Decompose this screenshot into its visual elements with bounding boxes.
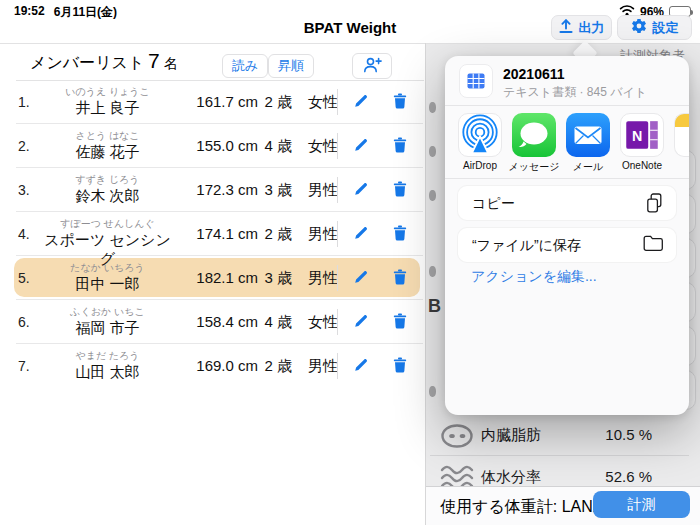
member-furigana: いのうえ りょうこ	[40, 85, 175, 98]
edit-member-button[interactable]	[347, 220, 375, 248]
copy-action-label: コピー	[472, 195, 515, 213]
member-name-block: たなか いちろう 田中 一郎	[40, 261, 175, 293]
metric-label: 内臓脂肪	[481, 426, 541, 445]
metric-value: 10.5 %	[578, 426, 652, 443]
table-row[interactable]: 7. やまだ たろう 山田 太郎 169.0 cm 2 歳 男性	[0, 344, 425, 388]
edit-member-button[interactable]	[347, 308, 375, 336]
row-divider-vertical	[337, 221, 338, 247]
notes-icon[interactable]	[674, 113, 689, 157]
member-height: 161.7 cm	[183, 93, 258, 110]
member-age: 2 歳	[262, 93, 292, 112]
pencil-icon	[353, 93, 369, 112]
visceral-fat-icon	[439, 422, 475, 454]
messages-icon[interactable]	[512, 113, 556, 157]
save-to-files-label: “ファイル”に保存	[472, 237, 581, 255]
copy-action[interactable]: コピー	[457, 185, 677, 221]
underlay-icon-hint	[429, 102, 436, 113]
share-file-subtitle: テキスト書類 · 845 バイト	[503, 84, 647, 101]
scale-device-label: 使用する体重計: LANX	[440, 497, 603, 518]
delete-member-button[interactable]	[386, 352, 414, 380]
app-screen: 19:52 6月11日(金) 96% BPAT Weight 出力	[0, 0, 700, 525]
metric-row-visceral-fat: 内臓脂肪 10.5 %	[425, 414, 695, 456]
footer-bar: 使用する体重計: LANX 計測	[426, 486, 700, 525]
folder-icon	[643, 235, 664, 256]
member-height: 158.4 cm	[183, 313, 258, 330]
member-furigana: すぽーつ せんしんぐ	[40, 217, 175, 230]
export-label: 出力	[579, 19, 605, 37]
row-number: 4.	[18, 226, 30, 242]
settings-button[interactable]: 設定	[617, 15, 692, 40]
table-row[interactable]: 2. さとう はなこ 佐藤 花子 155.0 cm 4 歳 女性	[0, 124, 425, 168]
app-label-messages: メッセージ	[504, 160, 564, 174]
delete-member-button[interactable]	[386, 264, 414, 292]
row-divider-vertical	[337, 309, 338, 335]
member-name-block: すずき じろう 鈴木 次郎	[40, 173, 175, 205]
underlay-bmi-hint: B	[428, 296, 441, 317]
member-height: 155.0 cm	[183, 137, 258, 154]
svg-text:N: N	[632, 128, 642, 144]
row-number: 1.	[18, 94, 30, 110]
app-label-airdrop: AirDrop	[450, 160, 510, 171]
delete-member-button[interactable]	[386, 132, 414, 160]
pencil-icon	[353, 313, 369, 332]
table-row[interactable]: 1. いのうえ りょうこ 井上 良子 161.7 cm 2 歳 女性	[0, 80, 425, 124]
member-age: 2 歳	[262, 225, 292, 244]
delete-member-button[interactable]	[386, 308, 414, 336]
delete-member-button[interactable]	[386, 176, 414, 204]
edit-member-button[interactable]	[347, 132, 375, 160]
gear-icon	[631, 18, 647, 37]
export-button[interactable]: 出力	[551, 15, 612, 40]
table-row[interactable]: 6. ふくおか いちこ 福岡 市子 158.4 cm 4 歳 女性	[0, 300, 425, 344]
app-label-mail: メール	[558, 160, 618, 174]
member-height: 172.3 cm	[183, 181, 258, 198]
trash-icon	[393, 93, 407, 112]
save-to-files-action[interactable]: “ファイル”に保存	[457, 227, 677, 263]
pencil-icon	[353, 181, 369, 200]
table-row[interactable]: 4. すぽーつ せんしんぐ スポーツ センシング 174.1 cm 2 歳 男性	[0, 212, 425, 256]
edit-member-button[interactable]	[347, 176, 375, 204]
edit-member-button[interactable]	[347, 264, 375, 292]
delete-member-button[interactable]	[386, 88, 414, 116]
trash-icon	[393, 137, 407, 156]
popover-divider	[445, 105, 689, 106]
member-gender: 男性	[306, 357, 340, 376]
member-gender: 男性	[306, 269, 340, 288]
metric-label: 体水分率	[481, 468, 541, 487]
member-name-block: やまだ たろう 山田 太郎	[40, 349, 175, 381]
row-divider-vertical	[337, 353, 338, 379]
settings-label: 設定	[653, 19, 679, 37]
row-divider-vertical	[337, 89, 338, 115]
underlay-icon-hint	[429, 266, 436, 277]
row-divider-vertical	[337, 265, 338, 291]
trash-icon	[393, 357, 407, 376]
trash-icon	[393, 225, 407, 244]
delete-member-button[interactable]	[386, 220, 414, 248]
edit-member-button[interactable]	[347, 88, 375, 116]
row-divider-vertical	[337, 133, 338, 159]
member-name: 井上 良子	[40, 98, 175, 117]
table-row[interactable]: 3. すずき じろう 鈴木 次郎 172.3 cm 3 歳 男性	[0, 168, 425, 212]
underlay-icon-hint	[429, 146, 436, 157]
member-count-number: 7	[148, 49, 160, 72]
row-number: 7.	[18, 358, 30, 374]
airdrop-icon[interactable]	[458, 113, 502, 157]
app-label-onenote: OneNote	[612, 160, 672, 171]
edit-actions-link[interactable]: アクションを編集...	[471, 268, 597, 286]
measure-button[interactable]: 計測	[593, 491, 690, 518]
upload-icon	[559, 19, 573, 37]
reading-toggle-button[interactable]: 読み	[222, 54, 268, 78]
onenote-icon[interactable]: N	[620, 113, 664, 157]
sort-ascending-button[interactable]: 昇順	[268, 54, 314, 78]
member-furigana: さとう はなこ	[40, 129, 175, 142]
mail-icon[interactable]	[566, 113, 610, 157]
edit-member-button[interactable]	[347, 352, 375, 380]
row-divider-vertical	[337, 177, 338, 203]
member-count: 7名	[148, 49, 178, 73]
member-age: 4 歳	[262, 313, 292, 332]
panel-divider	[425, 43, 426, 525]
add-member-button[interactable]	[352, 53, 392, 79]
member-height: 174.1 cm	[183, 225, 258, 242]
table-row[interactable]: 5. たなか いちろう 田中 一郎 182.1 cm 3 歳 男性	[0, 256, 425, 300]
metric-value: 52.6 %	[578, 468, 652, 485]
row-number: 6.	[18, 314, 30, 330]
